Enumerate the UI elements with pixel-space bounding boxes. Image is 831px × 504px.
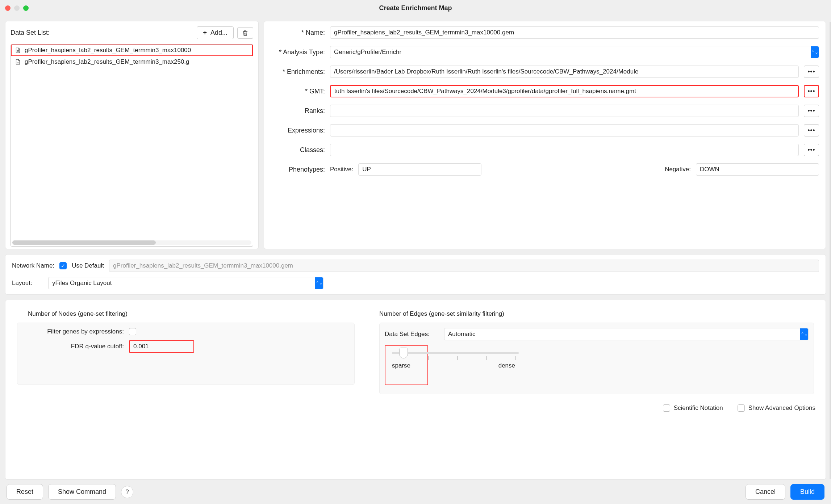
name-row: * Name: gProfiler_hsapiens_lab2_results_… <box>271 26 819 39</box>
right-scroll-edge <box>830 22 831 479</box>
gmt-browse-button[interactable]: ••• <box>804 85 819 97</box>
help-button[interactable]: ? <box>121 486 133 498</box>
analysis-type-select[interactable]: Generic/gProfiler/Enrichr ⌃⌄ <box>330 46 819 58</box>
use-default-label: Use Default <box>72 262 104 269</box>
scientific-notation-checkbox[interactable] <box>663 404 670 412</box>
negative-input[interactable]: DOWN <box>696 163 819 176</box>
enrichments-input[interactable]: /Users/risserlin/Bader Lab Dropbox/Ruth … <box>330 66 799 78</box>
classes-browse-button[interactable]: ••• <box>804 144 819 156</box>
dataset-item[interactable]: gProfiler_hsapiens_lab2_results_GEM_term… <box>11 45 253 56</box>
options-row: Scientific Notation Show Advanced Option… <box>12 404 819 412</box>
tick <box>457 356 458 360</box>
reset-button[interactable]: Reset <box>7 484 43 500</box>
scrollbar-thumb[interactable] <box>12 240 156 245</box>
edges-filter-inner: Data Set Edges: Automatic ⌃⌄ <box>379 323 814 394</box>
dse-value: Automatic <box>448 331 476 338</box>
dataset-list-label: Data Set List: <box>11 29 197 37</box>
select-arrow-icon: ⌃⌄ <box>315 277 323 289</box>
show-advanced-label: Show Advanced Options <box>748 404 815 412</box>
build-button[interactable]: Build <box>790 484 824 500</box>
add-dataset-button[interactable]: + Add... <box>197 26 234 39</box>
dense-label: dense <box>498 362 515 369</box>
select-arrow-icon: ⌃⌄ <box>800 328 808 340</box>
network-name-input[interactable]: gProfiler_hsapiens_lab2_results_GEM_term… <box>109 260 819 272</box>
plus-icon: + <box>203 29 207 37</box>
ranks-label: Ranks: <box>271 107 325 115</box>
add-button-label: Add... <box>210 29 227 37</box>
gmt-input[interactable]: tuth Isserlin's files/Sourcecode/CBW_Pat… <box>330 85 799 97</box>
dataset-listbox[interactable]: gProfiler_hsapiens_lab2_results_GEM_term… <box>11 44 253 247</box>
analysis-type-row: * Analysis Type: Generic/gProfiler/Enric… <box>271 46 819 58</box>
analysis-type-label: * Analysis Type: <box>271 49 325 56</box>
network-name-label: Network Name: <box>12 262 54 269</box>
enrichments-value: /Users/risserlin/Bader Lab Dropbox/Ruth … <box>334 68 638 75</box>
name-input[interactable]: gProfiler_hsapiens_lab2_results_GEM_term… <box>330 26 819 39</box>
dataset-list-panel: Data Set List: + Add... gProfiler_hsapie… <box>5 21 259 249</box>
classes-input[interactable] <box>330 144 799 156</box>
network-name-placeholder: gProfiler_hsapiens_lab2_results_GEM_term… <box>113 262 293 269</box>
file-icon <box>14 59 21 65</box>
use-default-checkbox[interactable]: ✓ <box>59 262 67 269</box>
scientific-notation-label: Scientific Notation <box>674 404 723 412</box>
gmt-value: tuth Isserlin's files/Sourcecode/CBW_Pat… <box>334 88 636 95</box>
positive-input[interactable]: UP <box>358 163 481 176</box>
fdr-label: FDR q-value cutoff: <box>22 343 124 350</box>
filter-by-expr-checkbox[interactable] <box>129 328 136 335</box>
sparse-label: sparse <box>392 362 410 369</box>
name-label: * Name: <box>271 29 325 37</box>
tick <box>515 356 515 360</box>
footer: Reset Show Command ? Cancel Build <box>0 480 831 504</box>
horizontal-scrollbar[interactable] <box>12 240 251 245</box>
dataset-item-label: gProfiler_hsapiens_lab2_results_GEM_term… <box>25 58 189 66</box>
enrichments-row: * Enrichments: /Users/risserlin/Bader La… <box>271 66 819 78</box>
expressions-row: Expressions: ••• <box>271 124 819 136</box>
density-slider[interactable]: sparse dense <box>392 352 530 369</box>
filter-panel: Number of Nodes (gene-set filtering) Fil… <box>5 300 826 480</box>
content: Data Set List: + Add... gProfiler_hsapie… <box>0 16 831 480</box>
layout-select[interactable]: yFiles Organic Layout ⌃⌄ <box>48 277 323 289</box>
dataset-form-panel: * Name: gProfiler_hsapiens_lab2_results_… <box>264 21 826 249</box>
fdr-cutoff-input[interactable]: 0.001 <box>129 340 194 353</box>
name-input-value: gProfiler_hsapiens_lab2_results_GEM_term… <box>334 29 514 36</box>
select-arrow-icon: ⌃⌄ <box>811 46 819 58</box>
layout-value: yFiles Organic Layout <box>52 280 112 287</box>
tick <box>428 356 429 360</box>
ranks-browse-button[interactable]: ••• <box>804 105 819 117</box>
window-title: Create Enrichment Map <box>0 4 831 12</box>
ranks-input[interactable] <box>330 105 799 117</box>
show-advanced-checkbox[interactable] <box>738 404 745 412</box>
enrichments-browse-button[interactable]: ••• <box>804 66 819 78</box>
trash-icon <box>242 30 249 36</box>
phenotypes-label: Phenotypes: <box>271 166 325 173</box>
layout-label: Layout: <box>12 280 43 287</box>
top-row: Data Set List: + Add... gProfiler_hsapie… <box>5 21 826 249</box>
expressions-input[interactable] <box>330 124 799 136</box>
tick <box>486 356 487 360</box>
cancel-button[interactable]: Cancel <box>746 484 785 500</box>
positive-value: UP <box>362 166 371 173</box>
gmt-row: * GMT: tuth Isserlin's files/Sourcecode/… <box>271 85 819 97</box>
positive-label: Positive: <box>330 166 353 173</box>
gmt-label: * GMT: <box>271 88 325 95</box>
phenotypes-row: Phenotypes: Positive: UP Negative: DOWN <box>271 163 819 176</box>
show-command-button[interactable]: Show Command <box>48 484 116 500</box>
filter-by-expr-label: Filter genes by expressions: <box>22 328 124 335</box>
nodes-filter-title: Number of Nodes (gene-set filtering) <box>28 310 355 318</box>
enrichments-label: * Enrichments: <box>271 68 325 76</box>
classes-label: Classes: <box>271 146 325 154</box>
fdr-value: 0.001 <box>133 343 149 350</box>
nodes-filter-inner: Filter genes by expressions: FDR q-value… <box>17 323 355 385</box>
classes-row: Classes: ••• <box>271 144 819 156</box>
dataset-item-label: gProfiler_hsapiens_lab2_results_GEM_term… <box>25 47 191 54</box>
network-panel: Network Name: ✓ Use Default gProfiler_hs… <box>5 254 826 295</box>
expressions-browse-button[interactable]: ••• <box>804 124 819 136</box>
expressions-label: Expressions: <box>271 127 325 134</box>
ranks-row: Ranks: ••• <box>271 105 819 117</box>
nodes-filter-box: Number of Nodes (gene-set filtering) Fil… <box>12 305 360 399</box>
analysis-type-value: Generic/gProfiler/Enrichr <box>334 49 401 56</box>
file-icon <box>14 47 21 54</box>
delete-dataset-button[interactable] <box>237 27 253 39</box>
edges-filter-box: Number of Edges (gene-set similarity fil… <box>374 305 819 399</box>
dse-select[interactable]: Automatic ⌃⌄ <box>444 328 809 340</box>
dataset-item[interactable]: gProfiler_hsapiens_lab2_results_GEM_term… <box>11 56 253 68</box>
